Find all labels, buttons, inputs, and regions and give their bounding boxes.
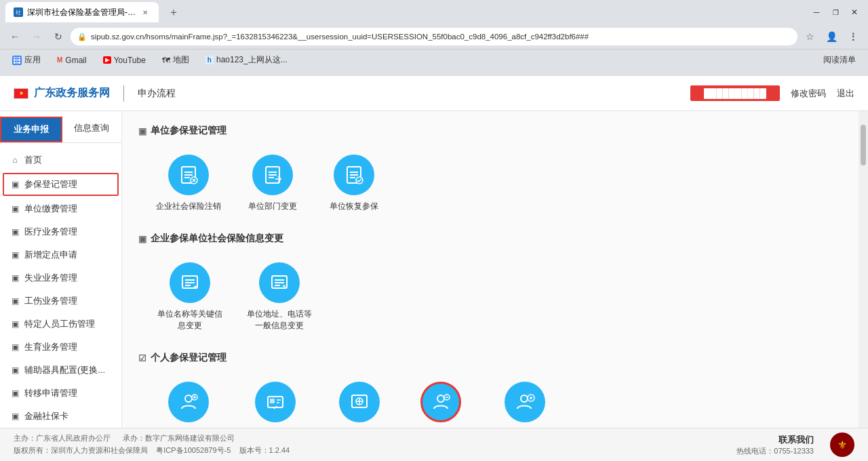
resume-insurance-label: 单位恢复参保 [330,201,378,212]
tab-title: 深圳市社会保险基金管理局-单位... [27,7,136,18]
sidebar-item-finance[interactable]: ▣ 金融社保卡 [0,405,121,428]
section2-icon: ▣ [138,234,146,244]
sidebar-item-injury-label: 工伤业务管理 [24,295,77,307]
sidebar-item-medical[interactable]: ▣ 医疗业务管理 [0,220,121,243]
medical-icon: ▣ [9,227,20,237]
change-password-button[interactable]: 修改密码 [791,87,826,100]
insurance-change-item[interactable]: 参保险种变更 [319,375,400,428]
bookmark-apps[interactable]: 应用 [7,53,46,67]
maternity-icon: ▣ [9,342,20,352]
footer-host: 主办：广东省人民政府办公厅 承办：数字广东网络建设有限公司 [14,433,290,445]
sidebar-item-newsite[interactable]: ▣ 新增定点申请 [0,243,121,266]
tab-close-button[interactable]: ✕ [140,7,151,18]
section3-title: ☑ 个人参保登记管理 [138,352,842,364]
logout-button[interactable]: 退出 [837,87,854,100]
logo-image [14,88,28,99]
sidebar-item-injury[interactable]: ▣ 工伤业务管理 [0,289,121,313]
china-flag-icon [14,88,28,99]
employee-suspend-item[interactable]: 企业职工停保 [400,375,481,428]
sidebar-item-device[interactable]: ▣ 辅助器具配置(更换... [0,359,121,382]
svg-point-39 [521,395,528,402]
minimize-button[interactable]: ─ [808,4,825,20]
bookmark-gmail[interactable]: M Gmail [52,54,92,66]
new-tab-button[interactable]: ＋ [164,3,183,22]
cancel-insurance-item[interactable]: 企业社会保险注销 [145,148,232,219]
reading-mode-button[interactable]: 阅读清单 [818,53,861,67]
cancel-insurance-icon [168,155,209,195]
hotline-label: 热线电话：0755-12333 [736,446,814,456]
back-button[interactable]: ← [5,27,24,46]
tab-business[interactable]: 业务申报 [0,117,62,142]
svg-point-24 [185,395,192,402]
insurance-change-icon [339,382,380,422]
navigation-toolbar: ← → ↻ 🔒 sipub.sz.gov.cn/hsoms/mainFrame.… [0,24,868,49]
sidebar-item-medical-label: 医疗业务管理 [24,226,77,238]
name-change-icon [170,262,210,303]
sidebar-item-transfer-label: 转移申请管理 [24,387,77,399]
bookmark-star-button[interactable]: ☆ [800,27,819,46]
section3-grid: 企业职工参保登记 身份证号正常升位 [145,375,842,428]
footer-logo: ⚜ [830,433,854,457]
app-container: 广东政务服务网 申办流程 ██████████ 修改密码 退出 业务申报 信息查… [0,76,868,461]
gmail-label: Gmail [65,56,86,65]
browser-chrome: 社 深圳市社会保险基金管理局-单位... ✕ ＋ ─ ❐ ✕ ← → ↻ 🔒 s… [0,0,868,76]
tab-info[interactable]: 信息查询 [62,117,122,142]
nav-link[interactable]: 申办流程 [138,87,176,100]
dept-change-label: 单位部门变更 [248,201,297,212]
transfer-icon: ▣ [9,388,20,398]
address-bar[interactable]: 🔒 sipub.sz.gov.cn/hsoms/mainFrame.jsp?_=… [71,28,797,45]
sidebar-item-payment[interactable]: ▣ 单位缴费管理 [0,197,121,220]
close-window-button[interactable]: ✕ [846,4,863,20]
sidebar-item-transfer[interactable]: ▣ 转移申请管理 [0,382,121,405]
youtube-icon: ▶ [103,56,111,64]
section2-title: ▣ 企业参保单位社会保险信息变更 [138,233,842,245]
sidebar-tabs: 业务申报 信息查询 [0,117,121,143]
sidebar: 业务申报 信息查询 ⌂ 首页 ▣ 参保登记管理 ▣ 单位缴费管理 ▣ [0,111,122,428]
address-change-label: 单位地址、电话等一般信息变更 [245,308,313,332]
dept-change-item[interactable]: 单位部门变更 [232,148,313,219]
svg-point-36 [437,395,444,402]
reload-button[interactable]: ↻ [49,27,68,46]
map-icon: 🗺 [162,56,170,65]
app-footer: 主办：广东省人民政府办公厅 承办：数字广东网络建设有限公司 版权所有：深圳市人力… [0,428,868,461]
sidebar-item-special-injury[interactable]: ▣ 特定人员工伤管理 [0,313,121,336]
sidebar-item-registration-label: 参保登记管理 [24,178,77,191]
sidebar-item-newsite-label: 新增定点申请 [24,249,77,261]
sidebar-nav: ⌂ 首页 ▣ 参保登记管理 ▣ 单位缴费管理 ▣ 医疗业务管理 ▣ 新增定点 [0,146,121,428]
hao123-icon: h [205,56,214,64]
bookmark-youtube[interactable]: ▶ YouTube [98,54,151,66]
cancel-insurance-label: 企业社会保险注销 [156,201,221,212]
scrollbar-thumb[interactable] [861,125,866,165]
extend-register-icon [505,382,545,422]
more-options-button[interactable]: ⋮ [844,27,863,46]
resume-insurance-icon [334,155,374,195]
payment-icon: ▣ [9,204,20,214]
extend-register-item[interactable]: 单位人员延缴登记 [481,375,568,428]
youtube-label: YouTube [114,56,146,65]
logo-area: 广东政务服务网 申办流程 [14,85,176,102]
profile-button[interactable]: 👤 [822,27,841,46]
id-upgrade-icon [255,382,296,422]
sidebar-item-unemployment[interactable]: ▣ 失业业务管理 [0,266,121,289]
address-change-item[interactable]: 单位地址、电话等一般信息变更 [235,256,324,338]
bookmark-map[interactable]: 🗺 地图 [157,53,195,67]
id-upgrade-item[interactable]: 身份证号正常升位 [232,375,319,428]
sidebar-item-home[interactable]: ⌂ 首页 [0,148,121,172]
bookmark-hao123[interactable]: h hao123_上网从这... [200,53,293,67]
tab-favicon: 社 [14,7,23,17]
sidebar-item-maternity[interactable]: ▣ 生育业务管理 [0,336,121,359]
active-tab[interactable]: 社 深圳市社会保险基金管理局-单位... ✕ [5,2,159,22]
name-change-item[interactable]: 单位名称等关键信息变更 [145,256,235,338]
sidebar-item-maternity-label: 生育业务管理 [24,341,77,353]
resume-insurance-item[interactable]: 单位恢复参保 [313,148,395,219]
forward-button[interactable]: → [27,27,46,46]
employee-enroll-item[interactable]: 企业职工参保登记 [145,375,232,428]
maximize-button[interactable]: ❐ [827,4,844,20]
injury-icon: ▣ [9,296,20,306]
sidebar-item-registration[interactable]: ▣ 参保登记管理 [3,173,119,196]
apps-icon [12,56,22,65]
unemployment-icon: ▣ [9,273,20,283]
scrollbar[interactable] [859,111,868,428]
window-controls: ─ ❐ ✕ [808,4,863,20]
home-icon: ⌂ [9,155,20,165]
